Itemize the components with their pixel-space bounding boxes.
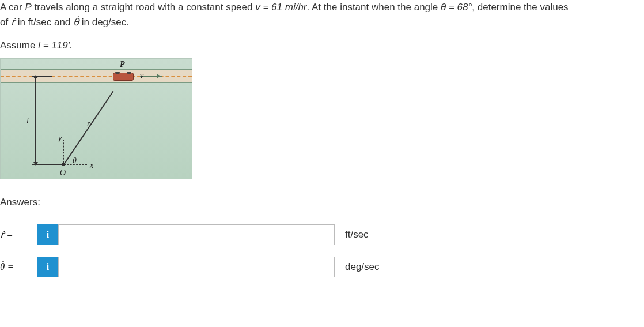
- rdot-input[interactable]: [58, 224, 335, 245]
- text: of: [0, 17, 11, 28]
- label-v: v: [140, 72, 143, 81]
- answer-row-thetadot: θ = i deg/sec: [0, 257, 644, 277]
- dim-l-tick-top: [32, 76, 52, 77]
- label-x: x: [90, 161, 93, 170]
- text: in deg/sec.: [79, 17, 129, 28]
- label-p: P: [120, 60, 125, 69]
- info-icon[interactable]: i: [37, 224, 58, 245]
- theta-equation: θ = 68°: [441, 2, 472, 13]
- label-theta: θ: [73, 156, 77, 166]
- var-p: P: [25, 2, 31, 13]
- unit-rdot: ft/sec: [345, 229, 369, 240]
- unit-thetadot: deg/sec: [345, 261, 380, 273]
- l-equation: l = 119'.: [38, 40, 72, 51]
- info-icon[interactable]: i: [37, 257, 58, 277]
- axis-y: [63, 140, 64, 163]
- thetadot-input[interactable]: [58, 257, 335, 277]
- v-equation: v = 61 mi/hr: [255, 2, 306, 13]
- dimension-l: [35, 76, 36, 164]
- label-o: O: [60, 168, 66, 178]
- text: Assume: [0, 40, 38, 51]
- road-centerline: [1, 76, 192, 77]
- problem-statement: A car P travels along a straight road wi…: [0, 0, 644, 29]
- theta-dot-symbol: θ: [0, 261, 5, 273]
- assumption: Assume l = 119'.: [0, 40, 644, 51]
- text: , determine the values: [472, 2, 568, 13]
- label-l: l: [26, 116, 29, 126]
- var-rdot: ṙ: [11, 17, 15, 28]
- thetadot-label: θ =: [0, 261, 37, 273]
- var-thetadot: θ̇: [73, 17, 79, 28]
- text: . At the instant when the angle: [307, 2, 441, 13]
- text: travels along a straight road with a con…: [32, 2, 255, 13]
- car-icon: [113, 73, 134, 81]
- text: in ft/sec and: [15, 17, 73, 28]
- problem-diagram: P v O x y θ r l: [0, 58, 192, 179]
- dim-l-tick-bottom: [32, 164, 64, 165]
- road: [1, 69, 192, 83]
- label-y: y: [58, 134, 62, 143]
- rdot-label: ṙ =: [0, 229, 37, 241]
- text: A car: [0, 2, 25, 13]
- label-r: r: [87, 119, 90, 129]
- answer-row-rdot: ṙ = i ft/sec: [0, 224, 644, 245]
- eq-sign: =: [5, 261, 14, 272]
- answers-heading: Answers:: [0, 197, 644, 208]
